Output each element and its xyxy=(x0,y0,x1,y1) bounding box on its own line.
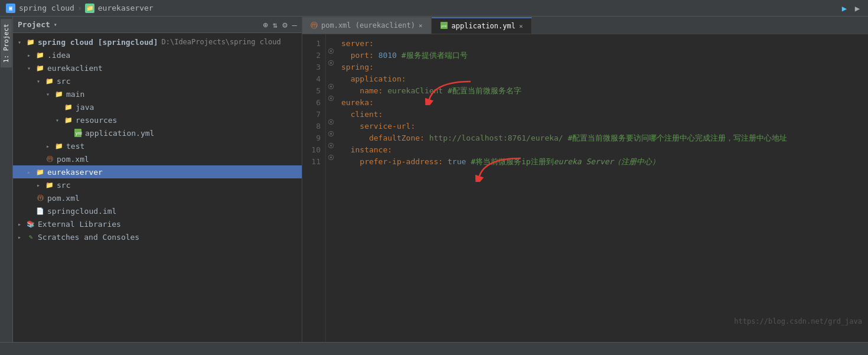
locate-icon[interactable]: ⊕ xyxy=(263,20,267,30)
pom-tab-close[interactable]: × xyxy=(419,22,423,30)
eurekaserver-label: eurekaserver xyxy=(47,168,103,177)
svg-text:yml: yml xyxy=(441,24,446,28)
code-indent xyxy=(341,156,360,168)
nav-forward-icon[interactable]: ▶ xyxy=(840,4,849,13)
code-token: instance: xyxy=(351,144,392,156)
tree-item-eurekaserver[interactable]: 📁 eurekaserver xyxy=(13,165,302,178)
minimize-icon[interactable]: – xyxy=(292,20,297,30)
pom2-file-icon: ⓜ xyxy=(35,193,45,203)
tree-item-src1[interactable]: 📁 src xyxy=(13,74,302,87)
tree-item-test[interactable]: 📁 test xyxy=(13,139,302,152)
tree-item-application-yml[interactable]: yml application.yml xyxy=(13,126,302,139)
code-line-10: instance: xyxy=(341,144,862,156)
code-token: client: xyxy=(351,109,383,120)
resources-arrow xyxy=(56,117,64,123)
tree-item-scratches[interactable]: ✎ Scratches and Consoles xyxy=(13,230,302,243)
tab-bar: ⓜ pom.xml (eurekaclient) × yml applicati… xyxy=(302,17,868,34)
project-panel: Project ▾ ⊕ ⇅ ⚙ – 📁 spring cloud [spring… xyxy=(13,17,302,342)
project-name: spring cloud xyxy=(19,4,74,12)
eurekaserver-arrow xyxy=(27,169,35,175)
tree-item-external-libs[interactable]: 📚 External Libraries xyxy=(13,217,302,230)
panel-header-icons: ⊕ ⇅ ⚙ – xyxy=(263,20,297,30)
code-line-6: eureka: xyxy=(341,97,862,109)
settings-icon[interactable]: ⚙ xyxy=(282,20,287,30)
scratches-label: Scratches and Consoles xyxy=(38,233,139,242)
src2-label: src xyxy=(57,181,70,190)
tab-pom[interactable]: ⓜ pom.xml (eurekaclient) × xyxy=(302,17,432,34)
iml-file-icon: 📄 xyxy=(35,206,45,216)
nav-back-icon[interactable]: ▶ xyxy=(853,4,862,13)
tree-item-main[interactable]: 📁 main xyxy=(13,87,302,100)
code-token: port: xyxy=(351,50,378,61)
code-token: #将当前微服务ip注册到 xyxy=(466,156,553,168)
tree-root[interactable]: 📁 spring cloud [springcloud] D:\IdeaProj… xyxy=(13,35,302,48)
code-indent xyxy=(341,85,360,97)
tree-item-resources[interactable]: 📁 resources xyxy=(13,113,302,126)
test-label: test xyxy=(66,142,84,151)
pom1-file-icon: ⓜ xyxy=(45,154,54,164)
yml-tab-close[interactable]: × xyxy=(519,22,523,30)
code-line-5: name: eurekaClient #配置当前微服务名字 xyxy=(341,85,862,97)
eurekaclient-folder-icon: 📁 xyxy=(35,63,45,73)
tab-application-yml[interactable]: yml application.yml × xyxy=(432,17,532,34)
java-label: java xyxy=(76,103,94,112)
extlibs-label: External Libraries xyxy=(38,220,121,229)
test-folder-icon: 📁 xyxy=(54,141,64,151)
code-line-7: client: xyxy=(341,109,862,120)
code-editor: 1 2 3 4 5 6 7 8 9 10 11 ⦿ ⦿ ⦿ ⦿ xyxy=(302,34,868,342)
code-token: #配置当前微服务要访问哪个注册中心完成注册，写注册中心地址 xyxy=(563,132,788,144)
tree-item-java[interactable]: 📁 java xyxy=(13,100,302,113)
tree-item-eurekaclient[interactable]: 📁 eurekaclient xyxy=(13,61,302,74)
code-token: 8010 xyxy=(378,50,397,61)
resources-folder-icon: 📁 xyxy=(64,115,73,125)
panel-header: Project ▾ ⊕ ⇅ ⚙ – xyxy=(13,17,302,33)
src2-folder-icon: 📁 xyxy=(45,180,54,190)
scratches-arrow xyxy=(18,234,26,240)
bottom-bar xyxy=(0,342,868,355)
resources-label: resources xyxy=(76,116,117,125)
extlibs-icon: 📚 xyxy=(26,219,35,229)
code-line-4: application: xyxy=(341,73,862,85)
sidebar-tab-project[interactable]: 1: Project xyxy=(1,19,12,67)
src1-folder-icon: 📁 xyxy=(45,76,54,86)
titlebar-nav: ▶ ▶ xyxy=(840,4,862,13)
panel-dropdown-icon[interactable]: ▾ xyxy=(54,21,57,28)
pom1-label: pom.xml xyxy=(57,155,89,164)
yml-label: application.yml xyxy=(85,129,154,138)
scratches-icon: ✎ xyxy=(26,232,35,242)
root-path: D:\IdeaProjects\spring cloud xyxy=(162,38,281,46)
tree-item-iml[interactable]: 📄 springcloud.iml xyxy=(13,204,302,217)
main-label: main xyxy=(66,90,84,99)
root-folder-icon: 📁 xyxy=(26,37,35,47)
code-token: name: xyxy=(360,85,387,97)
java-folder-icon: 📁 xyxy=(64,102,73,112)
code-token: true xyxy=(448,156,466,168)
code-token: service-url: xyxy=(360,120,415,132)
idea-arrow xyxy=(27,52,35,58)
extlibs-arrow xyxy=(18,221,26,227)
eurekaserver-folder-icon: 📁 xyxy=(35,167,45,177)
tree-item-src2[interactable]: 📁 src xyxy=(13,178,302,191)
sort-icon[interactable]: ⇅ xyxy=(273,20,278,30)
code-token: application: xyxy=(351,73,406,85)
idea-folder-icon: 📁 xyxy=(35,50,45,60)
tree-item-idea[interactable]: 📁 .idea xyxy=(13,48,302,61)
title-bar: ▣ spring cloud › 📁 eurekaserver ▶ ▶ xyxy=(0,0,868,17)
code-gutter: ⦿ ⦿ ⦿ ⦿ ⦿ ⦿ ⦿ ⦿ xyxy=(326,34,335,342)
code-token: defaultZone: xyxy=(369,132,429,144)
code-indent xyxy=(341,144,351,156)
tree-item-pom2[interactable]: ⓜ pom.xml xyxy=(13,191,302,204)
tree-item-pom1[interactable]: ⓜ pom.xml xyxy=(13,152,302,165)
code-token: prefer-ip-address: xyxy=(360,156,448,168)
yml-tab-label: application.yml xyxy=(452,22,515,30)
src1-arrow xyxy=(37,78,45,84)
code-token: #配置当前微服务名字 xyxy=(443,85,521,97)
project-icon: ▣ xyxy=(6,4,15,13)
idea-label: .idea xyxy=(47,51,70,60)
root-label: spring cloud [springcloud] xyxy=(38,38,158,47)
code-content[interactable]: server: port: 8010 #服务提供者端口号 spring: a xyxy=(335,34,868,342)
panel-title: Project xyxy=(18,20,50,29)
code-line-11: prefer-ip-address: true #将当前微服务ip注册到 eur… xyxy=(341,156,862,168)
main-layout: 1: Project Project ▾ ⊕ ⇅ ⚙ – 📁 spring cl… xyxy=(0,17,868,342)
module-icon: 📁 xyxy=(85,4,94,13)
